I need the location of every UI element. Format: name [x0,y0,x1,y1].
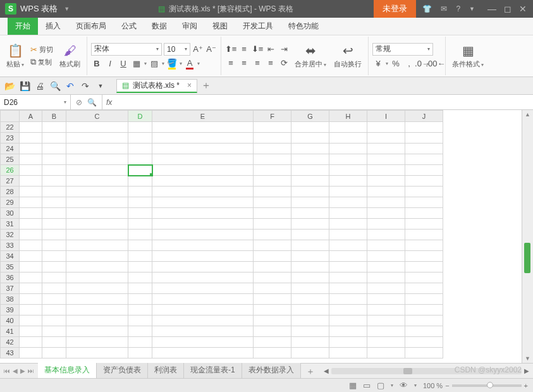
cell[interactable] [66,294,128,305]
underline-button[interactable]: U [118,58,129,70]
select-all-corner[interactable] [1,111,20,122]
row-header[interactable]: 23 [1,133,20,144]
align-middle-button[interactable]: ≡ [238,44,250,55]
column-header[interactable]: J [405,111,443,122]
cell[interactable] [291,165,329,176]
cell[interactable] [254,133,291,144]
confirm-entry-icon[interactable]: 🔍 [87,98,97,107]
cancel-entry-icon[interactable]: ⊘ [76,98,82,107]
zoom-value[interactable]: 100 % [423,382,443,389]
cell[interactable] [367,305,405,315]
ribbon-tab-8[interactable]: 特色功能 [281,18,326,35]
cell[interactable] [152,315,254,326]
cell[interactable] [329,187,367,197]
column-header[interactable]: E [152,111,254,122]
cell[interactable] [367,294,405,305]
align-top-button[interactable]: ⬆≡ [225,44,236,55]
cell[interactable] [128,165,152,176]
cell[interactable] [291,219,329,230]
cell[interactable] [405,348,443,358]
sheet-tab[interactable]: 表外数据录入 [242,362,301,378]
align-center-button[interactable]: ≡ [238,58,250,69]
cell[interactable] [367,208,405,219]
cell[interactable] [128,133,152,144]
ribbon-tab-5[interactable]: 审阅 [175,18,205,35]
login-button[interactable]: 未登录 [374,0,416,18]
cell[interactable] [367,176,405,187]
cell[interactable] [405,337,443,348]
reading-view-icon[interactable]: ▢ [377,381,384,390]
cell[interactable] [152,348,254,358]
decrease-decimal-button[interactable]: .00← [430,58,441,70]
undo-icon[interactable]: ↶ [64,81,76,91]
cell[interactable] [42,154,66,165]
vertical-scrollbar[interactable]: ▲ ▼ [522,110,533,363]
cell[interactable] [20,315,42,326]
cell[interactable] [367,273,405,283]
cell[interactable] [329,230,367,240]
cell[interactable] [128,315,152,326]
font-size-combo[interactable]: 10▾ [164,43,190,56]
cell[interactable] [254,230,291,240]
cell[interactable] [367,197,405,208]
cell[interactable] [367,154,405,165]
cell[interactable] [329,219,367,230]
format-painter-button[interactable]: 🖌 格式刷 [57,42,83,70]
cell[interactable] [20,219,42,230]
cell[interactable] [128,337,152,348]
cell[interactable] [405,154,443,165]
fill-color-button[interactable]: 🪣 [166,58,178,70]
cell[interactable] [66,326,128,337]
cell[interactable] [128,283,152,294]
cell[interactable] [20,144,42,154]
cell[interactable] [367,348,405,358]
cell[interactable] [42,176,66,187]
cell[interactable] [66,165,128,176]
cell[interactable] [254,176,291,187]
cell[interactable] [42,326,66,337]
cell[interactable] [20,154,42,165]
column-header[interactable]: C [66,111,128,122]
decrease-indent-button[interactable]: ⇤ [265,44,276,55]
cell[interactable] [152,219,254,230]
print-icon[interactable]: 🖨 [34,81,46,91]
cell[interactable] [20,348,42,358]
app-brand[interactable]: S WPS 表格 ▼ [0,0,77,18]
cell[interactable] [254,165,291,176]
cell[interactable] [254,283,291,294]
cell[interactable] [254,144,291,154]
sheet-tab[interactable]: 资产负债表 [97,362,148,378]
cell[interactable] [405,305,443,315]
cell[interactable] [128,230,152,240]
cell[interactable] [20,273,42,283]
cell[interactable] [42,348,66,358]
cell[interactable] [291,348,329,358]
cell[interactable] [66,187,128,197]
font-color-arrow-icon[interactable]: ▾ [197,61,200,66]
add-sheet-button[interactable]: ＋ [301,364,320,378]
cell[interactable] [152,294,254,305]
cell[interactable] [291,144,329,154]
cell[interactable] [42,315,66,326]
cell[interactable] [254,197,291,208]
wrap-text-button[interactable]: ↩ 自动换行 [331,42,364,70]
cell[interactable] [291,122,329,133]
cell[interactable] [66,240,128,251]
cell[interactable] [291,337,329,348]
cell[interactable] [329,305,367,315]
font-name-combo[interactable]: 宋体▾ [91,43,162,56]
cell[interactable] [405,230,443,240]
cell[interactable] [254,315,291,326]
hscroll-left-icon[interactable]: ◀ [324,367,329,374]
row-header[interactable]: 22 [1,122,20,133]
cell[interactable] [405,294,443,305]
cell[interactable] [128,176,152,187]
fill-pattern-button[interactable]: ▨ [149,58,160,70]
cell[interactable] [128,187,152,197]
cell[interactable] [405,240,443,251]
cell[interactable] [367,230,405,240]
cell[interactable] [66,154,128,165]
cell[interactable] [291,262,329,273]
number-format-combo[interactable]: 常规▾ [372,43,433,56]
column-header[interactable]: A [20,111,42,122]
